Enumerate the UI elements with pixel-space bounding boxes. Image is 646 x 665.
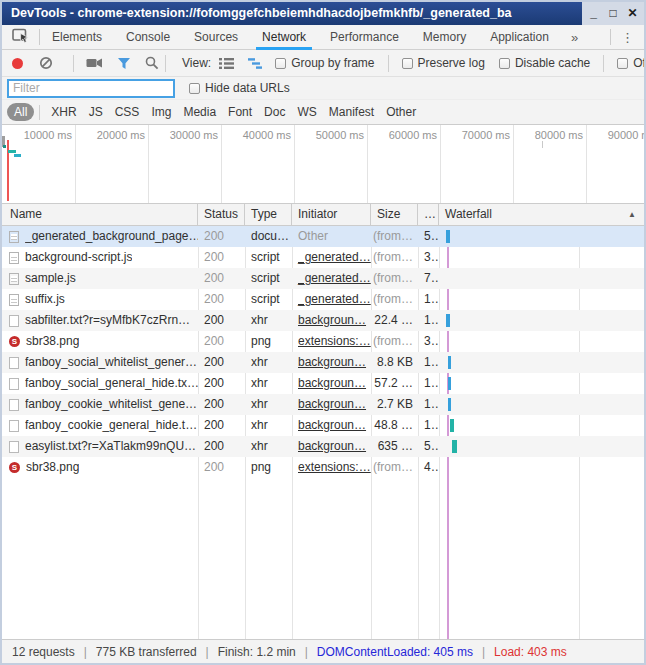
- request-initiator[interactable]: backgroun…: [292, 415, 371, 436]
- table-row[interactable]: _generated_background_page… 200 docu… Ot…: [2, 226, 644, 247]
- devtools-menu-icon[interactable]: ⋮: [611, 30, 644, 45]
- overview-tick-label: 10000 ms: [2, 129, 72, 141]
- column-header-size[interactable]: Size: [371, 204, 418, 225]
- clear-button[interactable]: [39, 56, 53, 70]
- column-header-initiator[interactable]: Initiator: [292, 204, 371, 225]
- document-icon: [9, 273, 19, 285]
- type-filter-other[interactable]: Other: [380, 103, 422, 121]
- waterfall-view-button[interactable]: [248, 57, 263, 70]
- type-filter-img[interactable]: Img: [145, 103, 177, 121]
- request-size: (from…: [371, 289, 418, 310]
- waterfall-bar[interactable]: [448, 356, 451, 369]
- table-row[interactable]: suffix.js 200 script _generated… (from… …: [2, 289, 644, 310]
- request-initiator[interactable]: _generated…: [292, 247, 371, 268]
- disable-cache-checkbox[interactable]: Disable cache: [499, 56, 590, 70]
- type-filter-doc[interactable]: Doc: [258, 103, 291, 121]
- request-initiator[interactable]: extensions:…: [292, 331, 371, 352]
- column-header-time[interactable]: …: [418, 204, 439, 225]
- tab-application[interactable]: Application: [478, 25, 561, 50]
- request-initiator[interactable]: backgroun…: [292, 394, 371, 415]
- type-filter-manifest[interactable]: Manifest: [323, 103, 380, 121]
- waterfall-bar[interactable]: [448, 398, 451, 411]
- minimize-button[interactable]: _: [586, 2, 602, 25]
- type-filter-css[interactable]: CSS: [109, 103, 146, 121]
- waterfall-bar[interactable]: [452, 440, 457, 453]
- tab-memory[interactable]: Memory: [411, 25, 478, 50]
- type-filter-ws[interactable]: WS: [291, 103, 322, 121]
- tab-performance[interactable]: Performance: [318, 25, 411, 50]
- table-row[interactable]: sample.js 200 script _generated… (from… …: [2, 268, 644, 289]
- request-status: 200: [198, 268, 245, 289]
- waterfall-bar[interactable]: [448, 377, 451, 390]
- request-initiator[interactable]: backgroun…: [292, 310, 371, 331]
- separator: |: [305, 645, 308, 659]
- summary-bar: 12 requests|775 KB transferred|Finish: 1…: [2, 639, 644, 663]
- preserve-log-checkbox[interactable]: Preserve log: [402, 56, 485, 70]
- offline-checkbox[interactable]: Offline: [617, 56, 644, 70]
- divider: [39, 105, 40, 120]
- request-name: sbr38.png: [26, 457, 79, 478]
- filter-input[interactable]: [7, 79, 175, 98]
- request-name-cell: sample.js: [2, 268, 198, 289]
- type-filter-all[interactable]: All: [7, 103, 34, 121]
- column-header-status[interactable]: Status: [198, 204, 245, 225]
- record-button[interactable]: [12, 58, 23, 69]
- waterfall-bar[interactable]: [446, 230, 450, 243]
- tab-network[interactable]: Network: [250, 25, 318, 50]
- tab-console[interactable]: Console: [114, 25, 182, 50]
- request-name-cell: sabfilter.txt?r=syMfbK7czRrn…: [2, 310, 198, 331]
- table-row[interactable]: sabfilter.txt?r=syMfbK7czRrn… 200 xhr ba…: [2, 310, 644, 331]
- request-status: 200: [198, 331, 245, 352]
- list-view-button[interactable]: [219, 57, 234, 70]
- filter-toggle-button[interactable]: [117, 57, 131, 70]
- request-size: (from…: [371, 457, 418, 478]
- request-initiator[interactable]: _generated…: [292, 289, 371, 310]
- more-tabs-chevron[interactable]: »: [561, 30, 588, 45]
- overview-tick-label: 80000 ms: [513, 129, 583, 141]
- table-row[interactable]: fanboy_cookie_whitelist_gene… 200 xhr ba…: [2, 394, 644, 415]
- close-button[interactable]: ✕: [625, 2, 641, 25]
- document-icon: [9, 231, 19, 243]
- column-header-type[interactable]: Type: [245, 204, 292, 225]
- type-filter-js[interactable]: JS: [83, 103, 109, 121]
- separator: |: [206, 645, 209, 659]
- overview-tick-label: 40000 ms: [221, 129, 291, 141]
- table-row[interactable]: S sbr38.png 200 png extensions:… (from… …: [2, 331, 644, 352]
- funnel-icon: [117, 57, 131, 70]
- request-initiator[interactable]: backgroun…: [292, 352, 371, 373]
- type-filter-xhr[interactable]: XHR: [45, 103, 82, 121]
- table-row[interactable]: fanboy_cookie_general_hide.t… 200 xhr ba…: [2, 415, 644, 436]
- request-initiator[interactable]: extensions:…: [292, 457, 371, 478]
- table-row[interactable]: background-script.js 200 script _generat…: [2, 247, 644, 268]
- request-status: 200: [198, 226, 245, 247]
- request-name: fanboy_social_whitelist_gener…: [25, 352, 197, 373]
- request-type: xhr: [245, 310, 292, 331]
- hide-data-urls-checkbox[interactable]: Hide data URLs: [189, 81, 290, 95]
- table-row[interactable]: easylist.txt?r=XaTlakm99nQU… 200 xhr bac…: [2, 436, 644, 457]
- network-overview-timeline[interactable]: 10000 ms20000 ms30000 ms40000 ms50000 ms…: [2, 125, 644, 204]
- type-filter-font[interactable]: Font: [222, 103, 258, 121]
- table-row[interactable]: fanboy_social_general_hide.tx… 200 xhr b…: [2, 373, 644, 394]
- request-name-cell: _generated_background_page…: [2, 226, 198, 247]
- column-header-waterfall[interactable]: Waterfall ▲: [439, 204, 644, 225]
- inspect-element-button[interactable]: [2, 28, 39, 47]
- type-filter-media[interactable]: Media: [177, 103, 222, 121]
- hide-data-urls-label: Hide data URLs: [205, 81, 290, 95]
- capture-screenshots-button[interactable]: [86, 57, 103, 69]
- request-initiator[interactable]: backgroun…: [292, 373, 371, 394]
- group-by-frame-checkbox[interactable]: Group by frame: [275, 56, 374, 70]
- search-button[interactable]: [145, 56, 159, 70]
- column-header-name[interactable]: Name: [2, 204, 198, 225]
- request-type: png: [245, 331, 292, 352]
- request-name: fanboy_cookie_whitelist_gene…: [25, 394, 197, 415]
- tab-sources[interactable]: Sources: [182, 25, 250, 50]
- request-initiator[interactable]: backgroun…: [292, 436, 371, 457]
- table-row[interactable]: S sbr38.png 200 png extensions:… (from… …: [2, 457, 644, 478]
- waterfall-bar[interactable]: [446, 314, 450, 327]
- table-row[interactable]: fanboy_social_whitelist_gener… 200 xhr b…: [2, 352, 644, 373]
- tab-elements[interactable]: Elements: [40, 25, 114, 50]
- waterfall-bar[interactable]: [450, 419, 454, 432]
- network-toolbar: View: Group by frame Preserve log: [2, 50, 644, 77]
- maximize-button[interactable]: □: [605, 2, 621, 25]
- request-initiator[interactable]: _generated…: [292, 268, 371, 289]
